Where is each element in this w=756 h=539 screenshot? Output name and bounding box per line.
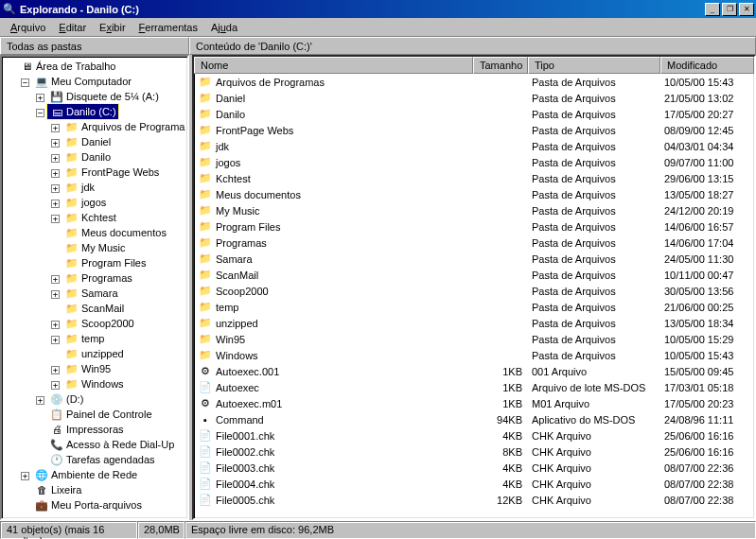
tree-folder-kchtest[interactable]: +Kchtest	[2, 210, 187, 225]
menu-arquivo[interactable]: Arquivo	[4, 20, 52, 35]
tree-folder-frontpage-webs[interactable]: +FrontPage Webs	[2, 165, 187, 180]
expand-icon[interactable]: +	[36, 94, 44, 102]
list-item[interactable]: Autoexec.001 1KB 001 Arquivo 15/05/00 09…	[194, 363, 754, 379]
tree-folder-meus-documentos[interactable]: Meus documentos	[2, 225, 187, 240]
file-type: Aplicativo do MS-DOS	[528, 414, 660, 426]
col-size[interactable]: Tamanho	[473, 57, 528, 74]
list-item[interactable]: temp Pasta de Arquivos 21/06/00 00:25	[194, 299, 754, 315]
maximize-button[interactable]: ❐	[722, 3, 737, 16]
close-button[interactable]: ✕	[739, 3, 754, 16]
col-type[interactable]: Tipo	[528, 57, 660, 74]
list-item[interactable]: File0003.chk 4KB CHK Arquivo 08/07/00 22…	[194, 460, 754, 476]
list-item[interactable]: File0004.chk 4KB CHK Arquivo 08/07/00 22…	[194, 476, 754, 492]
collapse-icon[interactable]: −	[21, 78, 29, 87]
file-size: 94KB	[473, 414, 528, 426]
list-item[interactable]: Win95 Pasta de Arquivos 10/05/00 15:29	[194, 331, 754, 347]
tree-recycle[interactable]: Lixeira	[2, 482, 187, 497]
tree-folder-program-files[interactable]: Program Files	[2, 255, 187, 270]
expand-icon[interactable]: +	[51, 215, 60, 223]
tree-folder-danilo[interactable]: +Danilo	[2, 149, 187, 165]
list-item[interactable]: File0002.chk 8KB CHK Arquivo 25/06/00 16…	[194, 443, 754, 460]
expand-icon[interactable]: +	[51, 154, 60, 163]
tree-briefcase[interactable]: Meu Porta-arquivos	[2, 497, 187, 513]
folder-closed-icon	[198, 236, 213, 250]
file-size: 4KB	[473, 478, 528, 490]
list-item[interactable]: Meus documentos Pasta de Arquivos 13/05/…	[194, 186, 754, 202]
expand-icon[interactable]: +	[51, 139, 60, 148]
list-item[interactable]: Autoexec 1KB Arquivo de lote MS-DOS 17/0…	[194, 379, 754, 395]
list-item[interactable]: Windows Pasta de Arquivos 10/05/00 15:43	[194, 347, 754, 363]
list-item[interactable]: ScanMail Pasta de Arquivos 10/11/00 00:4…	[194, 267, 754, 283]
list-item[interactable]: Daniel Pasta de Arquivos 21/05/00 13:02	[194, 90, 754, 106]
expand-icon[interactable]: +	[51, 321, 60, 329]
menu-exibir[interactable]: Exibir	[93, 20, 132, 35]
list-item[interactable]: Program Files Pasta de Arquivos 14/06/00…	[194, 218, 754, 235]
tree-drive-d[interactable]: +(D:)	[2, 391, 187, 407]
tree-folder-my-music[interactable]: My Music	[2, 240, 187, 255]
tree-folder-win95[interactable]: +Win95	[2, 361, 187, 376]
tree-folder-scanmail[interactable]: ScanMail	[2, 301, 187, 316]
list-item[interactable]: Autoexec.m01 1KB M01 Arquivo 17/05/00 20…	[194, 395, 754, 411]
folder-closed-icon	[198, 269, 213, 282]
tree-folder-windows[interactable]: +Windows	[2, 376, 187, 391]
list-item[interactable]: File0005.chk 12KB CHK Arquivo 08/07/00 2…	[194, 492, 754, 508]
expand-icon[interactable]: +	[51, 275, 60, 284]
list-item[interactable]: My Music Pasta de Arquivos 24/12/00 20:1…	[194, 202, 754, 218]
col-name[interactable]: Nome	[194, 57, 473, 74]
tree-dialup[interactable]: Acesso à Rede Dial-Up	[2, 437, 187, 452]
tree-folder-temp[interactable]: +temp	[2, 331, 187, 346]
tree-folder-samara[interactable]: +Samara	[2, 286, 187, 301]
list-item[interactable]: File0001.chk 4KB CHK Arquivo 25/06/00 16…	[194, 427, 754, 443]
menu-ajuda[interactable]: Ajuda	[204, 20, 244, 35]
cd-icon	[49, 392, 64, 406]
list-item[interactable]: jdk Pasta de Arquivos 04/03/01 04:34	[194, 138, 754, 154]
list-item[interactable]: unzipped Pasta de Arquivos 13/05/00 18:3…	[194, 315, 754, 331]
expand-icon[interactable]: +	[51, 200, 60, 208]
tree-control-panel[interactable]: Painel de Controle	[2, 407, 187, 422]
expand-icon[interactable]: +	[51, 184, 60, 193]
file-modified: 10/11/00 00:47	[660, 270, 754, 281]
expand-icon[interactable]: +	[21, 472, 29, 480]
expand-icon[interactable]: +	[51, 366, 60, 374]
expand-icon[interactable]: +	[51, 169, 60, 178]
list-item[interactable]: Danilo Pasta de Arquivos 17/05/00 20:27	[194, 106, 754, 122]
tree-folder-unzipped[interactable]: unzipped	[2, 346, 187, 361]
list-item[interactable]: Programas Pasta de Arquivos 14/06/00 17:…	[194, 235, 754, 251]
expand-icon[interactable]: +	[51, 290, 60, 299]
tree-drive-c[interactable]: −Danilo (C:)	[2, 104, 187, 119]
col-modified[interactable]: Modificado	[660, 57, 754, 74]
tree-folder-jogos[interactable]: +jogos	[2, 195, 187, 210]
file-type: Pasta de Arquivos	[528, 125, 660, 136]
tree-desktop[interactable]: Área de Trabalho	[2, 59, 187, 74]
minimize-button[interactable]: _	[705, 3, 720, 16]
tree-scheduled-tasks[interactable]: Tarefas agendadas	[2, 452, 187, 467]
list-item[interactable]: Samara Pasta de Arquivos 24/05/00 11:30	[194, 251, 754, 267]
tree-folder-scoop2000[interactable]: +Scoop2000	[2, 316, 187, 331]
list-item[interactable]: FrontPage Webs Pasta de Arquivos 08/09/0…	[194, 122, 754, 138]
folder-closed-icon	[64, 135, 79, 148]
expand-icon[interactable]: +	[51, 381, 60, 390]
tree-folder-jdk[interactable]: +jdk	[2, 180, 187, 195]
expand-icon[interactable]: +	[51, 336, 60, 344]
expand-icon[interactable]: +	[51, 124, 60, 132]
list-item[interactable]: Command 94KB Aplicativo do MS-DOS 24/08/…	[194, 411, 754, 427]
tree-folder-daniel[interactable]: +Daniel	[2, 134, 187, 149]
tree-floppy-a[interactable]: +Disquete de 5¼ (A:)	[2, 89, 187, 104]
list-item[interactable]: Kchtest Pasta de Arquivos 29/06/00 13:15	[194, 170, 754, 186]
collapse-icon[interactable]: −	[36, 109, 44, 117]
menu-editar[interactable]: Editar	[52, 20, 93, 35]
menu-ferramentas[interactable]: Ferramentas	[132, 20, 204, 35]
list-item[interactable]: jogos Pasta de Arquivos 09/07/00 11:00	[194, 154, 754, 170]
tree-folder-programas[interactable]: +Programas	[2, 270, 187, 286]
tree-my-computer[interactable]: −Meu Computador	[2, 74, 187, 89]
tree-folder-arquivos-de-programa[interactable]: +Arquivos de Programa	[2, 119, 187, 134]
list-item[interactable]: Arquivos de Programas Pasta de Arquivos …	[194, 74, 754, 90]
list-item[interactable]: Scoop2000 Pasta de Arquivos 30/05/00 13:…	[194, 283, 754, 299]
folder-closed-icon	[198, 124, 213, 137]
tree-network[interactable]: +Ambiente de Rede	[2, 467, 187, 482]
expand-icon[interactable]: +	[36, 396, 44, 405]
tree-printers[interactable]: Impressoras	[2, 422, 187, 437]
tree-scroll[interactable]: Área de Trabalho −Meu Computador +Disque…	[2, 57, 187, 518]
file-list-body[interactable]: Arquivos de Programas Pasta de Arquivos …	[194, 74, 754, 518]
file-type: Pasta de Arquivos	[528, 157, 660, 168]
